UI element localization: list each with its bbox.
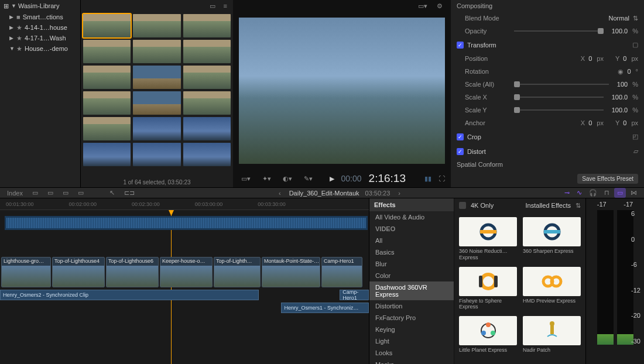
scale-all-row[interactable]: Scale (All) 100 % <box>451 78 644 91</box>
effect-item[interactable]: Nadir Patch <box>523 316 581 353</box>
transform-checkbox[interactable]: ✓ <box>457 42 464 49</box>
solo-icon[interactable]: 🎧 <box>587 188 600 198</box>
scale-all-slider[interactable] <box>514 84 609 85</box>
timeline-clip[interactable]: Keeper-house-o… <box>160 257 213 287</box>
clip-thumbnail[interactable] <box>133 40 180 63</box>
effect-item[interactable]: 360 Noise Reducti…Express <box>459 217 517 261</box>
clip-thumbnail[interactable] <box>133 143 180 166</box>
viewer-canvas[interactable] <box>233 12 451 170</box>
clip-thumbnail[interactable] <box>133 66 180 89</box>
select-tool-icon[interactable]: ↖ <box>107 188 117 198</box>
save-effects-preset-button[interactable]: Save Effects Preset <box>577 174 638 184</box>
anchor-row[interactable]: Anchor X 0 px Y 0 px <box>451 116 644 129</box>
snap-icon[interactable]: ⊓ <box>602 188 612 198</box>
clip-thumbnail[interactable] <box>183 14 231 37</box>
blend-mode-row[interactable]: Blend Mode Normal ⇅ <box>451 12 644 25</box>
list-icon[interactable]: ≡ <box>221 1 229 11</box>
effects-category[interactable]: Keying <box>369 324 454 335</box>
clip-thumbnail[interactable] <box>83 117 131 140</box>
view-options-icon[interactable]: ▭▾ <box>416 1 430 11</box>
play-button[interactable]: ▶ <box>330 175 334 183</box>
clip-thumbnail[interactable] <box>183 40 231 63</box>
sync-clip[interactable]: Camp-Hero1 <box>340 290 369 300</box>
scale-y-row[interactable]: Scale Y 100.0 % <box>451 104 644 116</box>
opacity-row[interactable]: Opacity 100.0 % <box>451 25 644 37</box>
opacity-slider[interactable] <box>514 30 604 32</box>
clip-thumbnail[interactable] <box>83 66 131 89</box>
sidebar-item-smart[interactable]: ▶ ■ Smart…ctions <box>0 12 80 22</box>
layout-icon[interactable]: ▭ <box>60 188 71 198</box>
clip-thumbnail[interactable] <box>183 91 231 115</box>
enhance-icon[interactable]: ✎▾ <box>302 174 315 184</box>
effects-category[interactable]: All Video & Audio <box>369 211 454 223</box>
scale-x-row[interactable]: Scale X 100.0 % <box>451 91 644 104</box>
next-edit-icon[interactable]: › <box>396 188 403 198</box>
zoom-dropdown[interactable]: ⚙ <box>434 1 445 11</box>
fullscreen-icon[interactable]: ⛶ <box>439 175 445 182</box>
sidebar-item-event[interactable]: ▶ ★ 4-14-1…house <box>0 22 80 33</box>
effects-category[interactable]: Light <box>369 335 454 347</box>
sidebar-item-event[interactable]: ▶ ★ 4-17-1…Wash <box>0 33 80 43</box>
effect-item[interactable]: HMD Preview Express <box>523 267 581 311</box>
effects-category[interactable]: Distortion <box>369 300 454 312</box>
clip-thumbnail[interactable] <box>133 14 180 37</box>
crop-checkbox[interactable]: ✓ <box>457 133 464 140</box>
effects-category[interactable]: VIDEO <box>369 223 454 235</box>
4k-only-checkbox[interactable] <box>459 202 466 209</box>
clip-thumbnail[interactable] <box>83 14 131 37</box>
effects-category[interactable]: Color <box>369 270 454 281</box>
rotation-dial-icon[interactable]: ◉ <box>618 68 624 75</box>
crop-header[interactable]: ✓ Crop ◰ <box>451 129 644 144</box>
clip-thumbnail[interactable] <box>83 40 131 63</box>
transform-reset-icon[interactable]: ▢ <box>632 41 638 49</box>
filmstrip-icon[interactable]: ▭ <box>207 1 218 11</box>
sync-clip[interactable]: Henry_Osmers2 - Synchronized Clip <box>0 290 259 300</box>
effects-browser-icon[interactable]: ▭ <box>614 188 626 198</box>
timeline-clip[interactable]: Top-of-Lighth… <box>214 257 261 287</box>
layout-icon[interactable]: ▭ <box>76 188 86 198</box>
effect-item[interactable]: Fisheye to Sphere Express <box>459 267 517 311</box>
opacity-value[interactable]: 100.0 <box>612 28 628 35</box>
trim-tool-icon[interactable]: ⊏⊐ <box>122 188 137 198</box>
distort-header[interactable]: ✓ Distort ▱ <box>451 144 644 159</box>
clip-thumbnail[interactable] <box>83 143 131 166</box>
library-header[interactable]: ⊞ ▼ Wasim-Library <box>0 0 80 12</box>
transform-tool-icon[interactable]: ✦▾ <box>260 174 273 184</box>
scale-y-slider[interactable] <box>514 109 604 111</box>
timeline-tracks[interactable]: Lighthouse-gro…Top-of-Lighthouse4Top-of-… <box>0 210 369 364</box>
view-mode-dropdown[interactable]: ▭▾ <box>239 174 253 184</box>
connected-audio-clip[interactable] <box>5 216 368 230</box>
effects-category[interactable]: Blur <box>369 258 454 270</box>
effects-category[interactable]: Masks <box>369 359 454 364</box>
skimming-icon[interactable]: ⊸ <box>562 188 572 198</box>
installed-effects-dropdown[interactable]: Installed Effects <box>526 202 571 209</box>
timecode-display[interactable]: 2:16:13 <box>369 172 406 185</box>
timeline-clip[interactable]: Camp-Hero1 <box>321 257 362 287</box>
audio-skim-icon[interactable]: ∿ <box>574 188 584 198</box>
timeline-clip[interactable]: Montauk-Point-State-… <box>262 257 320 287</box>
transitions-icon[interactable]: ⋈ <box>628 188 639 198</box>
clip-thumbnail[interactable] <box>183 66 231 89</box>
rotation-row[interactable]: Rotation ◉ 0 ° <box>451 65 644 78</box>
clip-thumbnail[interactable] <box>183 117 231 140</box>
sidebar-item-event[interactable]: ▼ ★ House…-demo <box>0 43 80 54</box>
timeline-ruler[interactable]: 00:01:30:00 00:02:00:00 00:02:30:00 00:0… <box>0 198 369 210</box>
effects-category[interactable]: Dashwood 360VR Express <box>369 281 454 300</box>
timeline-clip[interactable]: Top-of-Lighthouse6 <box>106 257 159 287</box>
index-button[interactable]: Index <box>5 188 25 198</box>
layout-icon[interactable]: ▭ <box>45 188 56 198</box>
transform-header[interactable]: ✓ Transform ▢ <box>451 37 644 52</box>
prev-edit-icon[interactable]: ‹ <box>276 188 283 198</box>
effects-category[interactable]: All <box>369 235 454 246</box>
blend-mode-value[interactable]: Normal <box>609 15 629 22</box>
clip-thumbnail[interactable] <box>83 91 131 115</box>
clip-thumbnail[interactable] <box>133 91 180 115</box>
distort-checkbox[interactable]: ✓ <box>457 148 464 155</box>
clip-thumbnail[interactable] <box>133 117 180 140</box>
timeline-clip[interactable]: Top-of-Lighthouse4 <box>52 257 105 287</box>
position-row[interactable]: Position X 0 px Y 0 px <box>451 52 644 65</box>
retime-icon[interactable]: ◐▾ <box>280 174 294 184</box>
clip-thumbnail[interactable] <box>183 143 231 166</box>
effects-category[interactable]: Basics <box>369 246 454 258</box>
layout-icon[interactable]: ▭ <box>30 188 40 198</box>
